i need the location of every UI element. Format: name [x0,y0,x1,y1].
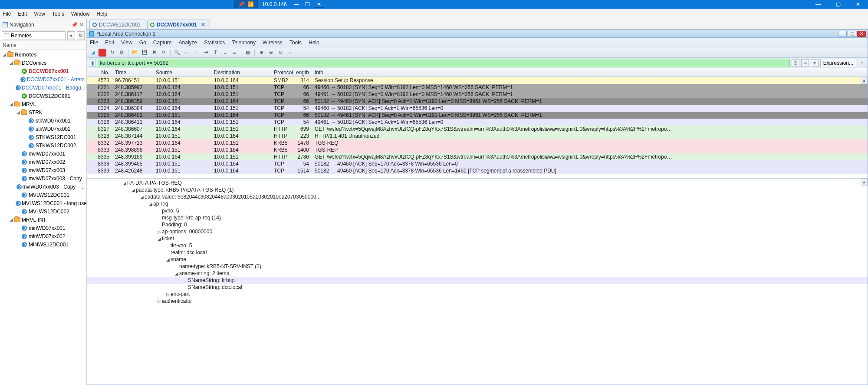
col-dst[interactable]: Destination [211,68,271,76]
tree-node[interactable]: ◢Remotes [0,50,86,59]
ws-close-button[interactable]: ✕ [857,31,866,37]
packet-row[interactable]: 8335248.39916910.0.0.16410.0.0.151HTTP27… [87,153,868,160]
tree-node[interactable]: stkWD07xx002 [0,125,86,133]
restart-capture-icon[interactable]: ↻ [108,49,116,56]
tree-node[interactable]: DCCWD07xx001 - Artem [0,75,86,83]
ws-menu-telephony[interactable]: Telephony [232,40,256,46]
expand-icon[interactable]: ◢ [122,181,127,186]
go-last-icon[interactable]: ⤓ [221,49,229,56]
tree-node[interactable]: STKWS12DC002 [0,141,86,149]
tree-node[interactable]: ◢MRVL-INT [0,216,86,224]
expand-icon[interactable]: ▷ [165,292,171,297]
detail-node[interactable]: SNameString: krbtgt [87,277,868,284]
zoom-in-icon[interactable]: ⊕ [257,49,265,56]
ws-menu-capture[interactable]: Capture [153,40,172,46]
packet-row[interactable]: 8333248.39889610.0.0.15110.0.0.164KRB514… [87,146,868,153]
tree-node[interactable]: minWD07xx001 [0,224,86,232]
tree-node[interactable]: STKWS12DC001 [0,133,86,141]
zoom-out-icon[interactable]: ⊖ [267,49,275,56]
col-len[interactable]: Length [294,68,312,76]
packet-row[interactable]: 8339248.42624810.0.0.15110.0.0.164TCP151… [87,167,868,174]
expand-icon[interactable]: ◢ [165,257,171,262]
detail-node[interactable]: ▷enc-part [87,291,868,298]
tree-node[interactable]: DCCWS12DC001 [0,92,86,100]
menu-view[interactable]: View [34,11,45,17]
tab-dccws12dc001[interactable]: DCCWS12DC001 [89,20,145,29]
detail-node[interactable]: ◢sname-string: 2 items [87,270,868,277]
col-proto[interactable]: Protocol [271,68,294,76]
remotes-refresh-button[interactable]: ↻ [77,31,85,40]
expand-icon[interactable]: ▷ [157,229,162,234]
inner-close-button[interactable]: ✕ [314,1,324,8]
expand-icon[interactable]: ◢ [139,195,145,199]
packet-row[interactable]: 8332248.39771310.0.0.16410.0.0.151KRB514… [87,139,868,146]
detail-node[interactable]: realm: dcc.local [87,249,868,256]
menu-window[interactable]: Window [71,11,90,17]
ws-menu-tools[interactable]: Tools [289,40,302,46]
ws-menu-statistics[interactable]: Statistics [204,40,225,46]
tree-node[interactable]: MVLWS12DC002 [0,207,86,216]
menu-edit[interactable]: Edit [18,11,27,17]
tree-node[interactable]: DCCWD07xx001 - Badgu... [0,83,86,92]
packet-row[interactable]: 8326248.38641110.0.0.16410.0.0.151TCP544… [87,119,868,126]
tree-node[interactable]: MVLWS12DC001 - long user [0,199,86,207]
tree-node[interactable]: ◢DCComics [0,59,86,67]
stop-capture-icon[interactable] [99,49,106,56]
inner-restore-button[interactable]: ❐ [302,1,313,8]
resize-columns-icon[interactable]: ↔ [286,49,294,56]
ws-menu-view[interactable]: View [121,40,132,46]
packet-row[interactable]: 8324248.38638410.0.0.16410.0.0.151TCP544… [87,105,868,112]
packet-row[interactable]: 8323248.38635910.0.0.15110.0.0.164TCP665… [87,98,868,105]
ws-menu-analyze[interactable]: Analyze [179,40,197,46]
ws-menu-edit[interactable]: Edit [105,40,114,46]
expand-icon[interactable]: ◢ [16,110,21,115]
tree-node[interactable]: mvlWD07xx001 [0,149,86,158]
add-filter-button[interactable]: ＋ [858,59,866,67]
packet-details-tree[interactable]: ▲ ◢PA-DATA PA-TGS-REQ◢padata-type: kRB5-… [87,178,868,385]
ws-menu-go[interactable]: Go [139,40,146,46]
detail-node[interactable]: ◢sname [87,256,868,263]
ws-maximize-button[interactable]: ▢ [848,31,856,37]
go-first-icon[interactable]: ⤒ [211,49,219,56]
pin-icon[interactable]: 📌 [71,22,78,28]
ws-menu-help[interactable]: Help [309,40,319,46]
detail-node[interactable]: ◢ap-req [87,200,868,207]
display-filter-input[interactable]: kerberos or tcp.port == 50182 [98,59,790,67]
detail-node[interactable]: SNameString: dcc.local [87,284,868,291]
expand-icon[interactable]: ◢ [174,271,179,276]
auto-scroll-icon[interactable]: ≣ [230,49,238,56]
outer-maximize-button[interactable]: ▢ [828,0,848,9]
ws-menu-wireless[interactable]: Wireless [263,40,283,46]
tree-node[interactable]: mvlWD07xx003 [0,166,86,174]
packet-row[interactable]: 8325248.38640110.0.0.15110.0.0.164TCP665… [87,112,868,119]
tree-node[interactable]: mvlWD07xx002 [0,158,86,166]
ws-menu-file[interactable]: File [90,40,98,46]
go-to-packet-icon[interactable]: ⇥ [202,49,210,56]
clear-filter-button[interactable]: ⊠ [792,59,799,67]
colorize-icon[interactable]: ▤ [244,49,252,56]
reload-icon[interactable]: ⟳ [160,49,168,56]
col-src[interactable]: Source [153,68,211,76]
expand-icon[interactable]: ◢ [148,202,153,206]
capture-options-icon[interactable]: ⚙ [118,49,125,56]
expand-icon[interactable]: ◢ [9,60,14,65]
packet-row[interactable]: 8322248.38611710.0.0.16410.0.0.151TCP664… [87,91,868,98]
detail-node[interactable]: ▷authenticator [87,298,868,305]
detail-node[interactable]: pvno: 5 [87,207,868,214]
menu-tools[interactable]: Tools [52,11,64,17]
expand-icon[interactable]: ◢ [9,217,14,222]
col-no[interactable]: No. [87,68,112,76]
col-time[interactable]: Time [112,68,153,76]
close-file-icon[interactable]: ✖ [150,49,158,56]
apply-filter-button[interactable]: ➜ [801,59,809,67]
inner-minimize-button[interactable]: — [291,1,302,8]
outer-minimize-button[interactable]: — [808,0,828,9]
outer-close-button[interactable]: ✕ [848,0,868,9]
expand-icon[interactable]: ◢ [157,236,162,241]
save-file-icon[interactable]: 💾 [141,49,148,56]
detail-node[interactable]: tkt-vno: 5 [87,242,868,249]
packet-row[interactable]: 8328248.38714410.0.0.15110.0.0.164HTTP22… [87,133,868,139]
detail-node[interactable]: msg-type: krb-ap-req (14) [87,214,868,221]
packet-list[interactable]: ▲ 457396.70645110.0.0.15110.0.0.164SMB23… [87,77,868,178]
packet-row[interactable]: 8338248.39946510.0.0.15110.0.0.164TCP545… [87,160,868,167]
